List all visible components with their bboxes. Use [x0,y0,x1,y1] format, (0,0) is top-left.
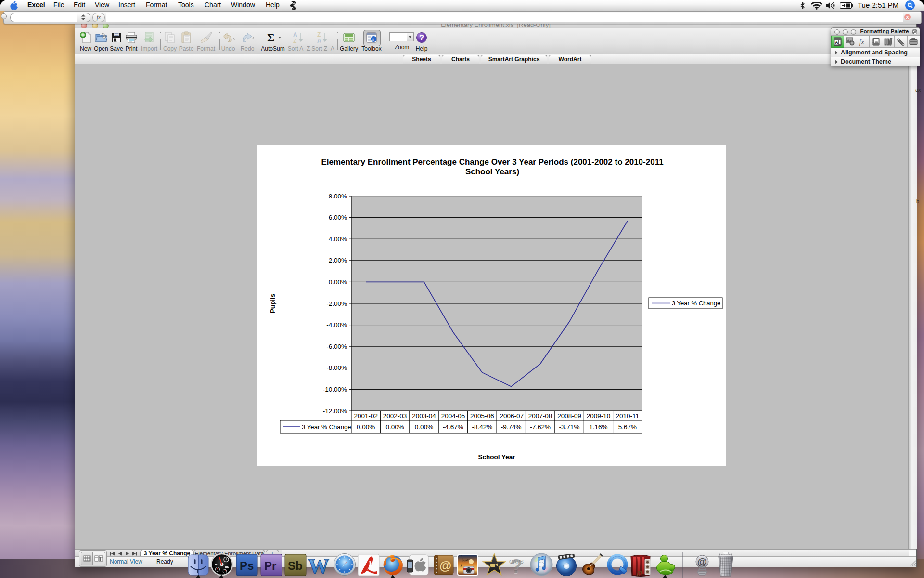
svg-text:-6.00%: -6.00% [326,343,347,350]
svg-text:-8.42%: -8.42% [472,423,492,431]
svg-text:2008-09: 2008-09 [557,412,581,420]
svg-text:2.00%: 2.00% [329,257,347,264]
svg-text:5.67%: 5.67% [618,423,637,431]
svg-text:A: A [293,31,297,38]
svg-text:2002-03: 2002-03 [383,412,407,420]
svg-text:3 Year % Change: 3 Year % Change [672,300,720,307]
svg-text:A: A [317,38,321,44]
svg-text:@: @ [439,558,451,573]
svg-text:Ps: Ps [240,559,254,572]
svg-text:0.00%: 0.00% [415,423,433,431]
svg-text:6.00%: 6.00% [329,214,347,221]
svg-text:Elementary Enrollment Percenta: Elementary Enrollment Percentage Change … [321,158,663,167]
svg-text:-8.00%: -8.00% [326,364,347,371]
svg-text:-4.00%: -4.00% [326,321,347,328]
svg-text:-4.67%: -4.67% [443,423,463,431]
svg-text:Pr: Pr [264,559,276,572]
svg-text:Sb: Sb [288,559,303,572]
svg-text:-3.71%: -3.71% [559,423,580,431]
svg-text:-12.00%: -12.00% [323,407,347,415]
svg-text:Σ: Σ [267,31,275,44]
svg-text:2005-06: 2005-06 [470,412,494,420]
svg-text:2003-04: 2003-04 [412,412,436,420]
svg-text:A: A [835,40,838,45]
svg-text:1.16%: 1.16% [589,423,607,431]
svg-text:2010-11: 2010-11 [616,412,640,420]
svg-text:-7.62%: -7.62% [530,423,551,431]
svg-text:?: ? [419,34,424,42]
svg-text:-10.00%: -10.00% [323,386,347,393]
svg-text:W: W [308,554,329,577]
svg-text:i: i [372,37,374,42]
svg-text:0.00%: 0.00% [357,423,375,431]
svg-text:2004-05: 2004-05 [441,412,465,420]
svg-text:School Year: School Year [478,453,515,460]
svg-text:2007-08: 2007-08 [528,412,552,420]
svg-text:3 Year % Change: 3 Year % Change [302,423,351,431]
svg-text:Z: Z [317,31,321,38]
svg-text:-9.74%: -9.74% [501,423,522,431]
svg-text:-2.00%: -2.00% [326,300,347,307]
svg-text:School Years): School Years) [465,167,519,176]
svg-text:Pupils: Pupils [269,294,276,314]
svg-text:2001-02: 2001-02 [354,412,378,420]
svg-text:0.00%: 0.00% [329,278,347,286]
svg-text:@: @ [697,556,707,567]
svg-text:2006-07: 2006-07 [500,412,524,420]
svg-text:8.00%: 8.00% [329,193,347,200]
svg-text:2009-10: 2009-10 [587,412,611,420]
svg-text:0.00%: 0.00% [385,423,404,431]
svg-text:fx: fx [859,38,864,46]
svg-text:4.00%: 4.00% [329,236,347,243]
svg-text:Z: Z [293,38,296,44]
